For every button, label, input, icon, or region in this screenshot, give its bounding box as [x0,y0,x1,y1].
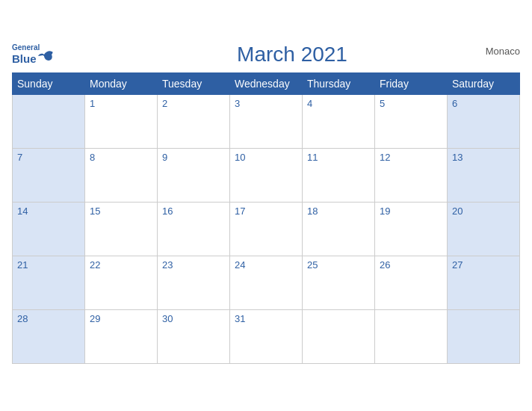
calendar-day: 17 [230,203,303,256]
header-monday: Monday [85,73,158,95]
bird-icon [38,50,53,64]
calendar-day: 24 [230,256,303,310]
calendar-day: 22 [85,256,158,310]
logo: General Blue [12,43,64,66]
header-saturday: Saturday [448,73,520,95]
calendar-day: 8 [85,149,158,203]
calendar-day [13,95,85,149]
calendar-day: 31 [230,310,303,364]
calendar-body: 1234567891011121314151617181920212223242… [13,95,520,364]
calendar-day [375,310,448,364]
calendar-day: 23 [158,256,230,310]
header-sunday: Sunday [13,73,85,95]
country-label: Monaco [486,46,520,57]
calendar-title: March 2021 [64,43,520,67]
calendar-day: 27 [448,256,520,310]
calendar-table: Sunday Monday Tuesday Wednesday Thursday… [12,72,520,364]
calendar-day: 12 [375,149,448,203]
header-wednesday: Wednesday [230,73,303,95]
calendar-day: 18 [303,203,375,256]
calendar-day: 14 [13,203,85,256]
logo-blue: Blue [12,52,53,66]
week-row-4: 21222324252627 [13,256,520,310]
week-row-1: 123456 [13,95,520,149]
calendar-day: 21 [13,256,85,310]
calendar-day: 28 [13,310,85,364]
calendar-day: 15 [85,203,158,256]
calendar-day [448,310,520,364]
header-tuesday: Tuesday [158,73,230,95]
calendar-day: 29 [85,310,158,364]
logo-general: General [12,43,40,52]
calendar-day: 5 [375,95,448,149]
header-thursday: Thursday [303,73,375,95]
day-headers-row: Sunday Monday Tuesday Wednesday Thursday… [13,73,520,95]
calendar-day: 1 [85,95,158,149]
week-row-3: 14151617181920 [13,203,520,256]
week-row-5: 28293031 [13,310,520,364]
calendar-day: 26 [375,256,448,310]
calendar-day: 19 [375,203,448,256]
calendar-day: 20 [448,203,520,256]
header-friday: Friday [375,73,448,95]
calendar-day: 3 [230,95,303,149]
calendar-day [303,310,375,364]
calendar-day: 16 [158,203,230,256]
week-row-2: 78910111213 [13,149,520,203]
calendar-day: 7 [13,149,85,203]
calendar-day: 10 [230,149,303,203]
calendar-container: General Blue March 2021 Monaco Sunday Mo… [0,35,532,376]
calendar-day: 2 [158,95,230,149]
calendar-day: 30 [158,310,230,364]
calendar-day: 6 [448,95,520,149]
calendar-header: General Blue March 2021 Monaco [12,43,520,67]
calendar-day: 4 [303,95,375,149]
calendar-day: 9 [158,149,230,203]
calendar-day: 13 [448,149,520,203]
calendar-day: 25 [303,256,375,310]
calendar-day: 11 [303,149,375,203]
